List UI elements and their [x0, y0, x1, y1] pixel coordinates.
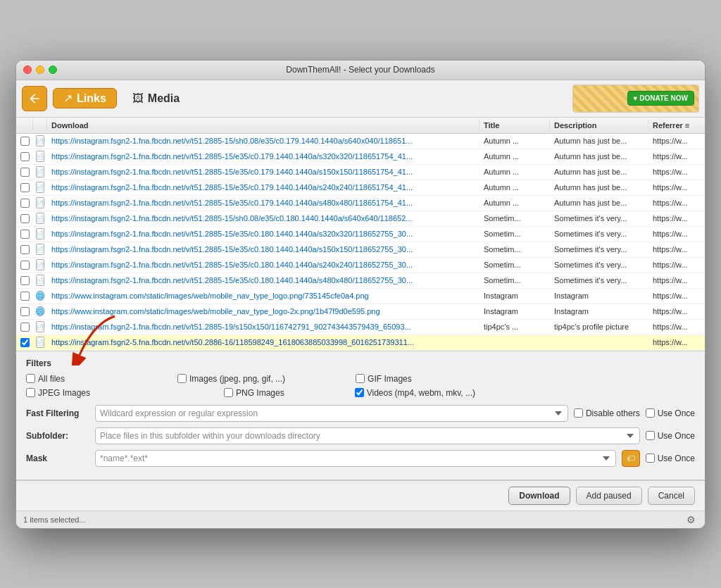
table-row[interactable]: 📄https://instagram.fsgn2-1.fna.fbcdn.net…: [16, 134, 705, 149]
table-row[interactable]: 📄https://instagram.fsgn2-1.fna.fbcdn.net…: [16, 149, 705, 165]
row-title: Autumn ...: [479, 166, 550, 177]
file-icon: 📄: [36, 228, 44, 239]
table-row[interactable]: 📄https://instagram.fsgn2-1.fna.fbcdn.net…: [16, 273, 705, 289]
filter-images-label: Images (jpeg, png, gif, ...): [189, 374, 285, 384]
filter-videos: Videos (mp4, webm, mkv, ...): [355, 388, 475, 398]
row-url: https://instagram.fsgn2-1.fna.fbcdn.net/…: [47, 166, 479, 177]
table-row[interactable]: 📄https://instagram.fsgn2-1.fna.fbcdn.net…: [16, 180, 705, 196]
mask-tag-button[interactable]: 🏷: [622, 450, 640, 467]
filters-section: Filters All files Images (jpeg, png, gif…: [16, 351, 705, 480]
filters-row-1: All files Images (jpeg, png, gif, ...) G…: [26, 374, 695, 384]
row-checkbox[interactable]: [20, 276, 30, 285]
row-description: Sometimes it's very...: [550, 275, 648, 286]
use-once-checkbox-mask[interactable]: [646, 453, 655, 463]
mask-select[interactable]: *name*.*ext*: [95, 450, 616, 467]
row-icon: 📄: [33, 258, 47, 272]
fast-filtering-select[interactable]: Wildcard expression or regular expressio…: [95, 405, 568, 422]
maximize-button[interactable]: [49, 65, 57, 74]
use-once-label-mask: Use Once: [658, 453, 695, 463]
row-description: Sometimes it's very...: [550, 259, 648, 270]
bottom-bar: Download Add paused Cancel: [16, 480, 705, 511]
row-checkbox[interactable]: [20, 214, 30, 223]
row-checkbox[interactable]: [20, 307, 30, 316]
row-checkbox[interactable]: [20, 230, 30, 239]
back-icon: [27, 92, 42, 106]
col-referrer: Referrer ≡: [648, 120, 705, 131]
close-button[interactable]: [23, 65, 32, 74]
use-once-checkbox-subfolder[interactable]: [646, 431, 655, 440]
file-icon: 📄: [36, 182, 44, 193]
filter-gif: GIF Images: [356, 374, 412, 384]
row-checkbox[interactable]: [20, 152, 30, 161]
row-description: Autumn has just be...: [550, 151, 648, 162]
subfolder-select[interactable]: Place files in this subfolder within you…: [95, 427, 640, 444]
row-checkbox[interactable]: [20, 199, 30, 208]
row-description: tip4pc's profile picture: [550, 321, 648, 332]
main-window: DownThemAll! - Select your Downloads ↗ L…: [15, 60, 706, 529]
filter-gif-checkbox[interactable]: [356, 374, 365, 383]
cancel-button[interactable]: Cancel: [648, 487, 695, 505]
row-title: Sometim...: [479, 228, 550, 239]
row-icon: 📄: [33, 273, 47, 287]
row-checkbox[interactable]: [20, 245, 30, 254]
gear-icon[interactable]: ⚙: [686, 514, 698, 525]
row-referrer: https://w...: [648, 151, 705, 162]
row-url: https://instagram.fsgn2-1.fna.fbcdn.net/…: [47, 228, 479, 239]
tab-media[interactable]: 🖼 Media: [123, 89, 189, 108]
col-download: Download: [47, 120, 479, 131]
back-button[interactable]: [22, 86, 47, 111]
table-row[interactable]: 📄https://instagram.fsgn2-1.fna.fbcdn.net…: [16, 227, 705, 242]
row-checkbox-cell: [16, 306, 33, 318]
row-referrer: https://w...: [648, 135, 705, 146]
minimize-button[interactable]: [36, 65, 44, 74]
download-button[interactable]: Download: [508, 487, 570, 505]
row-checkbox[interactable]: [20, 323, 30, 332]
row-icon: 📄: [33, 335, 47, 349]
title-bar: DownThemAll! - Select your Downloads: [16, 61, 705, 80]
disable-others-label: Disable others: [586, 408, 640, 418]
filter-png: PNG Images: [224, 388, 284, 398]
row-checkbox[interactable]: [20, 261, 30, 270]
table-row[interactable]: 📄https://instagram.fsgn2-1.fna.fbcdn.net…: [16, 196, 705, 211]
row-checkbox[interactable]: [20, 183, 30, 192]
media-label: Media: [148, 92, 180, 105]
table-row[interactable]: 📄https://instagram.fsgn2-5.fna.fbcdn.net…: [16, 335, 705, 351]
row-checkbox[interactable]: [20, 338, 30, 347]
table-row[interactable]: 📄https://instagram.fsgn2-1.fna.fbcdn.net…: [16, 320, 705, 335]
disable-others-checkbox[interactable]: [574, 408, 583, 418]
use-once-group-fast: Use Once: [646, 408, 695, 418]
row-title: tip4pc's ...: [479, 321, 550, 332]
row-icon: 📄: [33, 165, 47, 179]
table-row[interactable]: 📄https://instagram.fsgn2-1.fna.fbcdn.net…: [16, 242, 705, 258]
row-icon: 📄: [33, 196, 47, 210]
row-icon: 🌐: [33, 289, 47, 302]
filter-jpeg-checkbox[interactable]: [26, 388, 35, 397]
tab-links[interactable]: ↗ Links: [53, 88, 117, 108]
table-row[interactable]: 📄https://instagram.fsgn2-1.fna.fbcdn.net…: [16, 211, 705, 227]
row-checkbox[interactable]: [20, 292, 30, 301]
row-checkbox[interactable]: [20, 137, 30, 146]
table-row[interactable]: 🌐https://www.instagram.com/static/images…: [16, 304, 705, 320]
file-icon: 📄: [36, 275, 44, 286]
row-referrer: https://w...: [648, 321, 705, 332]
table-row[interactable]: 🌐https://www.instagram.com/static/images…: [16, 289, 705, 304]
table-row[interactable]: 📄https://instagram.fsgn2-1.fna.fbcdn.net…: [16, 258, 705, 273]
filter-gif-label: GIF Images: [368, 374, 412, 384]
add-paused-button[interactable]: Add paused: [576, 487, 642, 505]
col-checkbox: [16, 120, 33, 131]
links-label: Links: [77, 92, 106, 105]
row-referrer: https://w...: [648, 197, 705, 208]
donate-button[interactable]: ♥ DONATE NOW: [627, 91, 694, 106]
row-url: https://instagram.fsgn2-1.fna.fbcdn.net/…: [47, 197, 479, 208]
table-row[interactable]: 📄https://instagram.fsgn2-1.fna.fbcdn.net…: [16, 165, 705, 180]
row-url: https://instagram.fsgn2-1.fna.fbcdn.net/…: [47, 244, 479, 255]
row-icon: 📄: [33, 320, 47, 334]
use-once-checkbox-fast[interactable]: [646, 408, 655, 418]
filter-png-checkbox[interactable]: [224, 388, 233, 397]
row-checkbox[interactable]: [20, 168, 30, 177]
filter-videos-checkbox[interactable]: [355, 388, 364, 397]
filter-images-checkbox[interactable]: [177, 374, 187, 383]
filter-all-files-checkbox[interactable]: [26, 374, 35, 383]
use-once-group-subfolder: Use Once: [646, 431, 695, 441]
download-table: Download Title Description Referrer ≡ 📄h…: [16, 118, 705, 351]
